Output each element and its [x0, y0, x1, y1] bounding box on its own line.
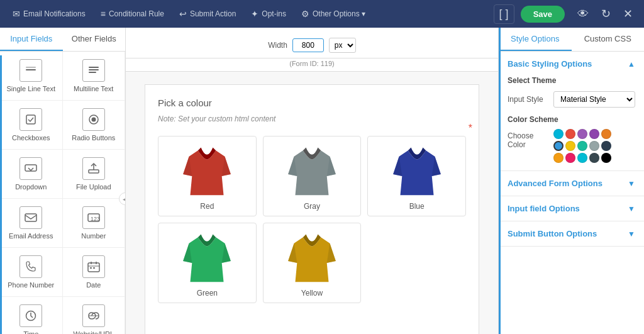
input-style-select[interactable]: Material Style Classic Style Flat Style [553, 91, 635, 108]
right-tabs: Style Options Custom CSS [499, 28, 644, 52]
shirt-item-gray[interactable]: Gray [263, 136, 362, 216]
nav-email-notifications[interactable]: ✉ Email Notifications [6, 5, 92, 23]
advanced-form-chevron: ▼ [628, 179, 635, 188]
input-style-row: Input Style Material Style Classic Style… [508, 91, 635, 108]
shirt-item-yellow[interactable]: Yellow [263, 223, 362, 303]
shirt-svg-blue [386, 142, 448, 198]
single-line-icon [19, 59, 42, 82]
nav-opt-ins[interactable]: ✦ Opt-ins [245, 5, 292, 23]
shirt-item-green[interactable]: Green [158, 223, 257, 303]
sidebar-label-radio: Radio Buttons [72, 134, 115, 142]
close-icon[interactable]: ✕ [618, 4, 638, 23]
sidebar-label-email: Email Address [9, 232, 53, 240]
advanced-form-header[interactable]: Advanced Form Options ▼ [499, 171, 644, 196]
sidebar-item-radio-buttons[interactable]: Radio Buttons [63, 101, 126, 150]
tab-input-fields[interactable]: Input Fields [0, 28, 63, 51]
brackets-button[interactable]: [ ] [494, 4, 514, 24]
color-row-1 [553, 129, 611, 139]
sidebar-item-time[interactable]: Time [0, 297, 63, 334]
pick-colour-title: Pick a colour [158, 97, 466, 108]
nav-conditional-rule[interactable]: ≡ Conditional Rule [94, 5, 170, 23]
tab-style-options[interactable]: Style Options [499, 28, 572, 51]
svg-rect-2 [89, 67, 99, 68]
svg-rect-9 [89, 170, 99, 173]
number-icon: 123 [82, 206, 105, 229]
color-swatch-cyan[interactable] [553, 129, 564, 139]
nav-email-label: Email Notifications [23, 9, 86, 18]
shirt-item-red[interactable]: Red [158, 136, 257, 216]
tab-custom-css[interactable]: Custom CSS [572, 28, 645, 51]
tab-other-fields[interactable]: Other Fields [63, 28, 126, 51]
color-swatch-orange[interactable] [601, 129, 611, 139]
color-swatch-gray[interactable] [589, 141, 599, 151]
svg-rect-4 [89, 72, 96, 73]
sidebar-item-dropdown[interactable]: Dropdown [0, 150, 63, 199]
sidebar-item-date[interactable]: Date [63, 248, 126, 297]
rule-icon: ≡ [101, 9, 106, 19]
main-layout: Input Fields Other Fields Single Line Te… [0, 28, 644, 334]
right-sidebar: Style Options Custom CSS Basic Styling O… [498, 28, 644, 334]
svg-rect-18 [93, 267, 95, 269]
width-input[interactable] [292, 38, 324, 52]
color-swatch-red[interactable] [565, 129, 575, 139]
shirt-label-gray: Gray [304, 202, 320, 211]
color-swatch-dark-purple[interactable] [589, 129, 599, 139]
submit-button-header[interactable]: Submit Button Options ▼ [499, 221, 644, 246]
section-input-field: Input field Options ▼ [499, 196, 644, 221]
right-accent-bar [499, 28, 501, 334]
color-swatch-dark[interactable] [601, 141, 611, 151]
color-swatch-blue[interactable] [553, 141, 564, 151]
shirt-item-blue[interactable]: Blue [367, 136, 466, 216]
phone-icon [19, 255, 42, 278]
shirt-svg-red [175, 142, 238, 198]
form-id: (Form ID: 119) [126, 58, 498, 71]
color-swatch-teal[interactable] [577, 141, 587, 151]
time-icon [19, 304, 42, 327]
dropdown-icon [19, 157, 42, 180]
shirt-label-blue: Blue [409, 202, 425, 211]
sidebar-item-multiline-text[interactable]: Multiline Text [63, 52, 126, 101]
basic-styling-title: Basic Styling Options [508, 59, 592, 69]
sidebar-label-single-line: Single Line Text [7, 85, 55, 92]
shirt-svg-yellow [280, 228, 343, 285]
sidebar-item-email[interactable]: Email Address [0, 199, 63, 248]
sidebar-item-website-url[interactable]: Website/URL [63, 297, 126, 334]
svg-rect-0 [26, 69, 36, 70]
checkbox-icon [19, 108, 42, 131]
svg-rect-10 [25, 214, 36, 221]
sidebar-item-phone[interactable]: Phone Number [0, 248, 63, 297]
nav-submit-action[interactable]: ↩ Submit Action [173, 5, 242, 23]
sidebar-item-single-line-text[interactable]: Single Line Text [0, 52, 63, 101]
color-swatch-light-teal[interactable] [577, 153, 587, 163]
top-nav: ✉ Email Notifications ≡ Conditional Rule… [0, 0, 644, 28]
input-field-header[interactable]: Input field Options ▼ [499, 196, 644, 221]
save-button[interactable]: Save [521, 6, 565, 23]
color-swatches [553, 129, 611, 163]
svg-point-7 [91, 118, 96, 122]
color-swatch-yellow[interactable] [565, 141, 575, 151]
sidebar-label-phone: Phone Number [8, 281, 54, 289]
preview-icon[interactable]: 👁 [572, 5, 594, 23]
color-swatch-purple[interactable] [577, 129, 587, 139]
color-swatch-pink[interactable] [565, 153, 575, 163]
sidebar-item-number[interactable]: 123 Number [63, 199, 126, 248]
color-swatch-dark-gray[interactable] [589, 153, 599, 163]
sidebar-item-file-upload[interactable]: File Upload [63, 150, 126, 199]
basic-styling-header[interactable]: Basic Styling Options ▲ [499, 52, 644, 76]
choose-color-row: Choose Color [508, 129, 635, 163]
unit-select[interactable]: px % [329, 38, 356, 53]
svg-rect-5 [26, 115, 35, 124]
refresh-icon[interactable]: ↻ [596, 4, 616, 23]
nav-submit-label: Submit Action [190, 9, 236, 18]
nav-other-options[interactable]: ⚙ Other Options ▾ [295, 5, 372, 23]
form-canvas-inner: Pick a colour Note: Set your custom html… [145, 84, 479, 334]
color-row-3 [553, 153, 611, 163]
shirt-label-red: Red [200, 202, 214, 211]
sidebar-label-url: Website/URL [73, 330, 114, 334]
sidebar-item-checkboxes[interactable]: Checkboxes [0, 101, 63, 150]
submit-button-chevron: ▼ [628, 230, 635, 238]
color-swatch-black[interactable] [601, 153, 611, 163]
section-submit-button: Submit Button Options ▼ [499, 221, 644, 247]
required-marker: * [469, 123, 472, 134]
color-swatch-amber[interactable] [553, 153, 564, 163]
